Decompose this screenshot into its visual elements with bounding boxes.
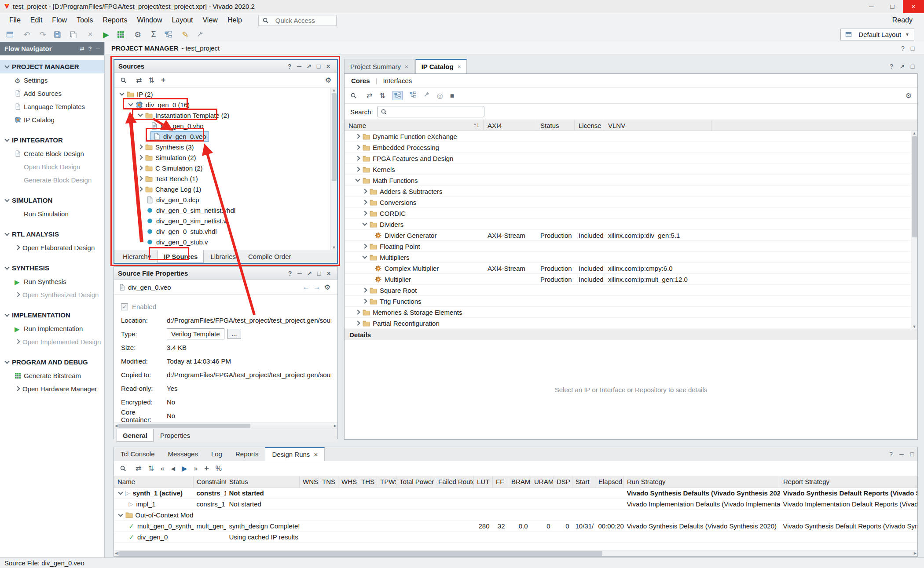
type-select[interactable]: Verilog Template: [167, 328, 224, 339]
scroll-left-icon[interactable]: ◀: [115, 551, 117, 555]
window-maximize-button[interactable]: □: [882, 0, 903, 13]
scroll-down-icon[interactable]: ▼: [332, 245, 336, 250]
expand-all-icon[interactable]: ⇅: [148, 76, 154, 84]
flownav-section-program-and-debug[interactable]: PROGRAM AND DEBUG: [0, 355, 104, 369]
run-icon[interactable]: ▶: [99, 29, 113, 40]
tree-item-div-gen-0[interactable]: div_gen_0 (16): [114, 99, 337, 110]
tab-tcl-console[interactable]: Tcl Console: [114, 447, 161, 461]
step-back-icon[interactable]: ◀: [171, 466, 175, 472]
run-row-synth-1[interactable]: ▷synth_1 (active) constrs_1 Not started …: [114, 488, 917, 499]
restore-hierarchy-icon[interactable]: [410, 91, 416, 100]
menu-edit[interactable]: Edit: [26, 14, 48, 26]
redo-icon[interactable]: ↷: [36, 29, 49, 40]
ip-row-dynamic-function-exchange[interactable]: Dynamic Function eXchange: [345, 131, 917, 142]
col-failed-routes[interactable]: Failed Routes: [435, 476, 474, 488]
ip-row-square-root[interactable]: Square Root: [345, 285, 917, 296]
tab-ip-sources[interactable]: IP Sources: [158, 250, 204, 263]
tree-item-div-gen-0-dcp[interactable]: div_gen_0.dcp: [114, 194, 337, 205]
menu-help[interactable]: Help: [223, 14, 247, 26]
col-lut[interactable]: LUT: [474, 476, 493, 488]
report-timing-icon[interactable]: [163, 29, 176, 40]
col-tpws[interactable]: TPWS: [377, 476, 396, 488]
menu-flow[interactable]: Flow: [47, 14, 72, 26]
scroll-up-icon[interactable]: ▲: [913, 131, 917, 135]
close-icon[interactable]: ×: [458, 63, 461, 70]
scroll-left-icon[interactable]: ◀: [115, 424, 117, 428]
flownav-item-open-implemented-design[interactable]: Open Implemented Design: [0, 335, 104, 348]
sum-icon[interactable]: Σ: [147, 29, 160, 40]
quick-access-input[interactable]: [275, 16, 332, 25]
flownav-item-language-templates[interactable]: Language Templates: [0, 100, 104, 113]
column-header-vlnv[interactable]: VLNV: [604, 120, 711, 131]
window-close-button[interactable]: ×: [903, 0, 924, 13]
column-header-axi4[interactable]: AXI4: [484, 120, 536, 131]
ip-row-multipliers[interactable]: Multipliers: [345, 252, 917, 263]
undo-icon[interactable]: ↶: [20, 29, 33, 40]
stop-square-icon[interactable]: ■: [450, 92, 455, 100]
column-header-status[interactable]: Status: [536, 120, 575, 131]
run-icon[interactable]: ▶: [182, 464, 187, 473]
flownav-section-project-manager[interactable]: PROJECT MANAGER: [0, 60, 104, 73]
flownav-item-open-block-design[interactable]: Open Block Design: [0, 160, 104, 173]
edit-pencil-icon[interactable]: ✎: [179, 29, 192, 40]
skip-back-icon[interactable]: «: [161, 465, 165, 473]
menu-file[interactable]: File: [4, 14, 26, 26]
maximize-icon[interactable]: □: [314, 63, 323, 70]
ip-row-cordic[interactable]: CORDIC: [345, 208, 917, 219]
ip-row-multiplier[interactable]: MultiplierProductionIncludedxilinx.com:i…: [345, 274, 917, 285]
collapse-all-icon[interactable]: ⇄: [136, 464, 141, 473]
window-icon[interactable]: [4, 29, 18, 40]
col-constraints[interactable]: Constraints: [194, 476, 226, 488]
ip-row-kernels[interactable]: Kernels: [345, 164, 917, 175]
minimize-icon[interactable]: ─: [96, 45, 100, 52]
col-ff[interactable]: FF: [493, 476, 508, 488]
flownav-item-generate-block-design[interactable]: Generate Block Design: [0, 173, 104, 186]
settings-gear-icon[interactable]: ⚙: [131, 29, 144, 40]
gear-icon[interactable]: ⚙: [906, 91, 912, 100]
menu-view[interactable]: View: [198, 14, 222, 26]
forward-arrow-icon[interactable]: →: [312, 283, 322, 291]
search-icon[interactable]: [350, 92, 357, 99]
minimize-icon[interactable]: ─: [896, 447, 907, 461]
flownav-section-ip-integrator[interactable]: IP INTEGRATOR: [0, 133, 104, 147]
flownav-item-create-block-design[interactable]: Create Block Design: [0, 147, 104, 160]
subtab-interfaces[interactable]: Interfaces: [383, 77, 412, 84]
flownav-item-run-simulation[interactable]: Run Simulation: [0, 207, 104, 220]
scroll-up-icon[interactable]: ▲: [332, 88, 336, 92]
float-icon[interactable]: ↗: [304, 63, 314, 70]
collapse-all-icon[interactable]: ⇄: [367, 91, 372, 100]
close-icon[interactable]: ×: [324, 270, 334, 277]
scroll-thumb[interactable]: [118, 424, 250, 428]
flownav-item-run-synthesis[interactable]: ▶Run Synthesis: [0, 275, 104, 288]
col-bram[interactable]: BRAM: [508, 476, 531, 488]
help-icon[interactable]: ?: [285, 63, 294, 70]
tree-item-stub-v[interactable]: div_gen_0_stub.v: [114, 237, 337, 247]
float-icon[interactable]: ↗: [304, 270, 314, 277]
tree-item-div-gen-0-veo[interactable]: div_gen_0.veo: [114, 131, 337, 142]
menu-reports[interactable]: Reports: [98, 14, 132, 26]
enabled-checkbox[interactable]: ✓: [121, 303, 128, 310]
program-device-icon[interactable]: [115, 29, 128, 40]
col-whs[interactable]: WHS: [338, 476, 358, 488]
target-icon[interactable]: ◎: [437, 91, 443, 100]
column-header-license[interactable]: License: [575, 120, 604, 131]
step-forward-icon[interactable]: »: [194, 465, 198, 473]
browse-button[interactable]: …: [227, 329, 241, 339]
add-sources-icon[interactable]: +: [161, 76, 166, 85]
design-runs-hscrollbar[interactable]: ◀ ▶: [114, 550, 917, 556]
col-report-strategy[interactable]: Report Strategy: [780, 476, 917, 488]
run-row-div-gen-0[interactable]: ✓div_gen_0 Using cached IP results: [114, 532, 917, 543]
window-minimize-button[interactable]: ─: [861, 0, 882, 13]
flownav-item-ip-catalog[interactable]: IP Catalog: [0, 113, 104, 126]
properties-panel-header[interactable]: Source File Properties ? ─ ↗ □ ×: [114, 267, 337, 280]
col-total-power[interactable]: Total Power: [396, 476, 435, 488]
save-icon[interactable]: [52, 29, 65, 40]
menu-layout[interactable]: Layout: [167, 14, 198, 26]
add-run-icon[interactable]: +: [204, 464, 209, 473]
column-header-name[interactable]: Name^1: [345, 120, 484, 131]
collapse-icon[interactable]: ⇄: [80, 45, 84, 52]
search-icon[interactable]: [120, 77, 127, 84]
flownav-section-simulation[interactable]: SIMULATION: [0, 193, 104, 207]
wrench-icon[interactable]: [423, 91, 430, 100]
ip-row-divider-generator[interactable]: Divider GeneratorAXI4-StreamProductionIn…: [345, 230, 917, 241]
